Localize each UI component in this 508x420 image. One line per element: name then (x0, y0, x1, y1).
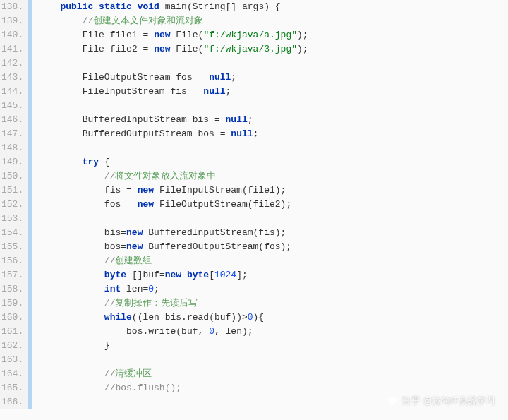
token-pun: ; (248, 326, 253, 337)
token-ident: file2 (110, 44, 138, 54)
line-number: 160. (1, 311, 25, 325)
code-line[interactable] (38, 56, 508, 71)
code-editor: 138.139.140.141.142.143.144.145.146.147.… (0, 0, 508, 409)
token-cmt: //bos.flush(); (104, 383, 181, 393)
token-ident: write (148, 326, 176, 337)
code-line[interactable]: fos = new FileOutputStream(file2); (38, 198, 508, 212)
token-kw: new (138, 185, 154, 196)
code-line[interactable]: //创建文本文件对象和流对象 (38, 14, 508, 28)
token-ident: read (187, 312, 209, 323)
line-number: 153. (1, 212, 25, 226)
token-pun: = (126, 199, 132, 210)
token-pun: ; (286, 199, 291, 210)
code-line[interactable]: bis=new BufferedInputStream(fis); (38, 226, 508, 240)
token-ident: buf (214, 312, 231, 323)
token-pun: = (143, 30, 149, 40)
token-ident: fos (104, 199, 121, 210)
token-pun: ; (303, 44, 308, 54)
line-number: 141. (1, 42, 25, 56)
line-number: 164. (1, 367, 25, 381)
token-cmt-cn: 将文件对象放入流对象中 (115, 171, 216, 181)
token-pun: ( (176, 326, 181, 337)
line-number: 150. (1, 169, 25, 184)
token-pun: [ (209, 270, 214, 280)
code-line[interactable]: byte []buf=new byte[1024]; (38, 268, 508, 282)
token-ident: buf (143, 270, 159, 280)
token-pun: = (159, 270, 165, 280)
token-kw: int (104, 284, 121, 294)
line-number: 162. (1, 339, 25, 353)
token-kw: new (126, 227, 143, 238)
token-type: BufferedOutputStream (83, 128, 193, 139)
token-lit: null (209, 72, 231, 83)
token-pun: = (159, 312, 165, 323)
token-pun: ; (226, 86, 231, 97)
code-line[interactable]: //bos.flush(); (38, 381, 508, 395)
token-num: 0 (248, 312, 253, 323)
token-kw: new (138, 199, 154, 210)
token-pun: = (143, 44, 149, 54)
token-pun: ; (253, 128, 259, 139)
token-type: BufferedInputStream (148, 227, 253, 238)
line-number: 157. (1, 268, 25, 282)
code-line[interactable] (38, 99, 508, 113)
token-pun: { (275, 1, 281, 12)
code-line[interactable]: fis = new FileInputStream(file1); (38, 184, 508, 198)
code-line[interactable]: //创建数组 (38, 254, 508, 268)
code-line[interactable]: BufferedOutputStream bos = null; (38, 127, 508, 141)
token-pun: ) (242, 326, 248, 337)
line-number: 163. (1, 353, 25, 367)
code-line[interactable]: BufferedInputStream bis = null; (38, 113, 508, 127)
token-pun: (( (132, 312, 143, 323)
token-pun: = (220, 128, 226, 139)
line-number: 151. (1, 184, 25, 198)
code-line[interactable]: try { (38, 155, 508, 169)
token-pun: ( (258, 241, 264, 252)
token-pun: ; (281, 185, 286, 196)
token-ident: bis (193, 114, 209, 125)
code-line[interactable]: while((len=bis.read(buf))>0){ (38, 311, 508, 325)
token-num: 0 (148, 284, 154, 294)
line-number: 145. (1, 99, 25, 113)
line-number-gutter: 138.139.140.141.142.143.144.145.146.147.… (0, 0, 28, 409)
token-cmt: // (104, 256, 116, 266)
code-line[interactable]: bos.write(buf, 0, len); (38, 325, 508, 339)
code-line[interactable]: } (38, 339, 508, 353)
token-type: File (176, 30, 198, 40)
code-line[interactable] (38, 141, 508, 155)
token-ident: bos (198, 128, 214, 139)
code-line[interactable]: File file2 = new File("f:/wkjava/3.jpg")… (38, 42, 508, 56)
token-cmt: // (104, 171, 116, 181)
code-line[interactable]: //复制操作：先读后写 (38, 296, 508, 311)
code-line[interactable]: //清缓冲区 (38, 367, 508, 381)
code-line[interactable]: //将文件对象放入流对象中 (38, 169, 508, 184)
token-pun: , (214, 326, 220, 337)
code-line[interactable]: int len=0; (38, 282, 508, 296)
line-number: 138. (1, 0, 25, 14)
code-line[interactable]: public static void main(String[] args) { (38, 0, 508, 14)
token-pun: ( (209, 312, 214, 323)
code-line[interactable] (38, 212, 508, 226)
code-line[interactable]: File file1 = new File("f:/wkjava/a.jpg")… (38, 28, 508, 42)
token-kw: new (126, 241, 143, 252)
token-ident: len (143, 312, 159, 323)
line-number: 165. (1, 381, 25, 395)
code-line[interactable] (38, 353, 508, 367)
code-line[interactable] (38, 395, 508, 409)
token-type: String (193, 1, 226, 12)
token-ident: buf (181, 326, 198, 337)
token-pun: { (104, 157, 110, 167)
token-cmt-cn: 先读后写 (161, 298, 198, 308)
code-line[interactable]: bos=new BufferedOutputStream(fos); (38, 240, 508, 254)
token-str: "f:/wkjava/a.jpg" (203, 30, 297, 40)
code-area[interactable]: public static void main(String[] args) {… (32, 0, 508, 409)
token-pun: ; (248, 114, 253, 125)
line-number: 166. (1, 395, 25, 409)
token-pun: ; (242, 270, 248, 280)
code-line[interactable]: FileOutputStream fos = null; (38, 71, 508, 85)
token-kw: new (154, 30, 170, 40)
code-line[interactable]: FileInputStream fis = null; (38, 85, 508, 99)
token-type: FileOutputStream (159, 199, 248, 210)
token-pun: } (104, 340, 110, 351)
token-cmt: // (83, 16, 94, 26)
